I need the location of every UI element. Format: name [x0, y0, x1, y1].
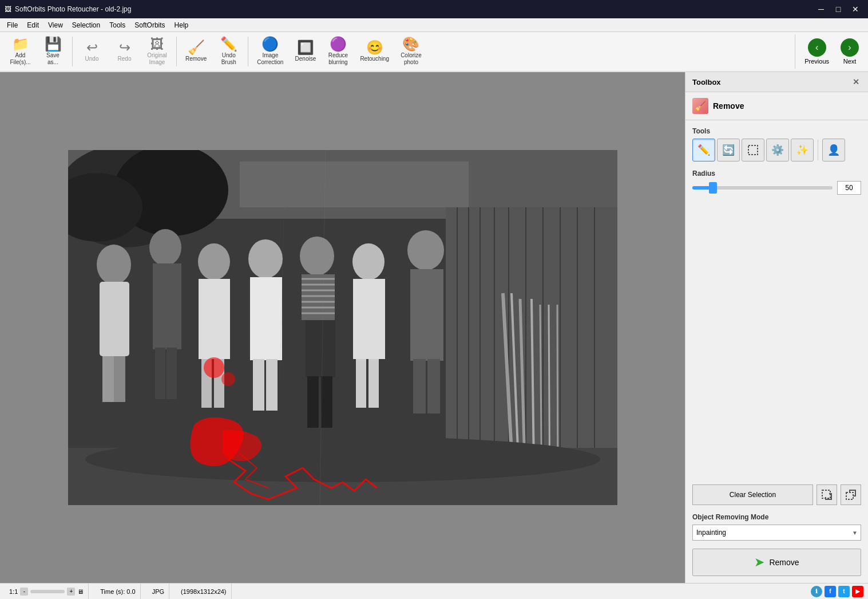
menu-view[interactable]: View	[43, 18, 68, 31]
time-section: Time (s): 0.0	[96, 584, 140, 599]
undo-icon: ↩	[86, 41, 98, 54]
zoom-controls: - +	[20, 588, 75, 596]
undo-button[interactable]: ↩ Undo	[76, 34, 108, 69]
zoom-slider[interactable]	[30, 590, 65, 593]
svg-rect-31	[155, 348, 165, 399]
view-icon: 🖥	[77, 588, 84, 595]
toolbox-panel: Toolbox ✕ 🧹 Remove Tools ✏️ 🔄	[685, 72, 868, 583]
svg-point-33	[198, 243, 230, 280]
add-files-icon: 📁	[12, 37, 29, 51]
menu-tools[interactable]: Tools	[105, 18, 130, 31]
selection-tool-button[interactable]	[742, 139, 764, 161]
remove-action-button[interactable]: ➤ Remove	[692, 549, 861, 576]
retouching-button[interactable]: 😊 Retouching	[355, 34, 394, 69]
select-icon-btn-2[interactable]	[841, 484, 861, 505]
zoom-out-button[interactable]: -	[20, 588, 28, 596]
radius-label: Radius	[692, 170, 861, 178]
selection-box-icon	[747, 144, 759, 156]
tools-row: ✏️ 🔄 ⚙️ ✨ 👤	[692, 139, 861, 161]
mode-select[interactable]: Inpainting Content-Aware Fill Clone Stam…	[692, 525, 861, 541]
denoise-button[interactable]: 🔲 Denoise	[290, 34, 321, 69]
retouching-icon: 😊	[366, 41, 383, 54]
svg-rect-50	[306, 320, 335, 377]
svg-rect-34	[199, 279, 230, 359]
menu-file[interactable]: File	[2, 18, 22, 31]
svg-point-37	[248, 239, 283, 278]
svg-point-25	[97, 245, 131, 285]
select-icon-btn-1[interactable]	[817, 484, 837, 505]
menu-selection[interactable]: Selection	[68, 18, 105, 31]
undo-brush-icon: ✏️	[220, 37, 237, 51]
redo-icon: ↪	[119, 41, 130, 54]
svg-point-57	[407, 230, 444, 270]
separator-3	[248, 37, 248, 66]
denoise-icon: 🔲	[297, 41, 314, 54]
toolbox-content: Tools ✏️ 🔄 ⚙️ ✨ 👤 Radius	[685, 120, 868, 583]
image-area[interactable]	[0, 72, 685, 583]
menu-softorbits[interactable]: SoftOrbits	[130, 18, 169, 31]
zoom-section: 1:1 - + 🖥	[5, 584, 89, 599]
maximize-button[interactable]: □	[830, 1, 846, 17]
magic-wand-button[interactable]: ✨	[791, 139, 814, 161]
radius-value-box[interactable]: 50	[837, 181, 861, 195]
magic-wand-gear-button[interactable]: ⚙️	[766, 139, 789, 161]
svg-point-41	[300, 237, 334, 275]
select-expand-icon	[821, 489, 833, 501]
zoom-in-button[interactable]: +	[67, 588, 75, 596]
reduce-blurring-button[interactable]: 🟣 Reduceblurring	[322, 34, 354, 69]
svg-rect-59	[413, 359, 426, 413]
original-image-button[interactable]: 🖼 OriginalImage	[141, 34, 173, 69]
youtube-icon-button[interactable]: ▶	[852, 586, 863, 597]
add-files-button[interactable]: 📁 AddFile(s)...	[5, 34, 36, 69]
radius-slider-container	[692, 182, 833, 194]
info-icon-button[interactable]: ℹ	[811, 586, 822, 597]
tools-section: Tools ✏️ 🔄 ⚙️ ✨ 👤	[692, 127, 861, 161]
facebook-icon-button[interactable]: f	[825, 586, 836, 597]
menu-help[interactable]: Help	[170, 18, 193, 31]
tools-separator	[818, 140, 818, 160]
social-icons: ℹ f t ▶	[811, 586, 863, 597]
dimensions-section: (1998x1312x24)	[176, 584, 232, 599]
remove-action-label: Remove	[769, 558, 799, 567]
toolbox-close-button[interactable]: ✕	[851, 77, 861, 87]
remove-button[interactable]: 🧹 Remove	[180, 34, 212, 69]
close-button[interactable]: ✕	[847, 1, 863, 17]
redo-button[interactable]: ↪ Redo	[109, 34, 140, 69]
menu-edit[interactable]: Edit	[22, 18, 43, 31]
eraser-tool-button[interactable]: 🔄	[717, 139, 740, 161]
next-label: Next	[843, 58, 857, 65]
image-dimensions: (1998x1312x24)	[181, 588, 227, 595]
window-title: SoftOrbits Photo Retoucher - old-2.jpg	[15, 5, 131, 13]
svg-rect-39	[253, 359, 264, 411]
object-removing-mode-label: Object Removing Mode	[692, 513, 861, 521]
next-button[interactable]: › Next	[836, 36, 863, 67]
main-area: Toolbox ✕ 🧹 Remove Tools ✏️ 🔄	[0, 72, 868, 583]
image-correction-button[interactable]: 🔵 ImageCorrection	[252, 34, 288, 69]
colorize-photo-button[interactable]: 🎨 Colorizephoto	[395, 34, 427, 69]
stamp-button[interactable]: 👤	[822, 139, 845, 161]
radius-slider-thumb[interactable]	[709, 182, 717, 194]
toolbox-spacer	[692, 203, 861, 476]
svg-point-63	[221, 372, 235, 386]
previous-arrow-icon: ‹	[808, 38, 826, 57]
app-icon: 🖼	[5, 5, 11, 13]
svg-rect-56	[368, 359, 379, 408]
svg-rect-28	[114, 356, 125, 402]
clear-selection-row: Clear Selection	[692, 484, 861, 505]
toolbox-header: Toolbox ✕	[685, 72, 868, 92]
photo-container	[0, 72, 685, 583]
svg-rect-55	[356, 359, 366, 408]
radius-section: Radius 50	[692, 170, 861, 195]
svg-rect-67	[822, 490, 830, 498]
save-as-button[interactable]: 💾 Saveas...	[37, 34, 69, 69]
title-bar: 🖼 SoftOrbits Photo Retoucher - old-2.jpg…	[0, 0, 868, 18]
zoom-level: 1:1	[9, 588, 18, 595]
twitter-icon-button[interactable]: t	[838, 586, 850, 597]
clear-selection-button[interactable]: Clear Selection	[692, 484, 813, 505]
undo-brush-button[interactable]: ✏️ UndoBrush	[213, 34, 244, 69]
svg-rect-32	[167, 348, 177, 399]
svg-rect-38	[250, 277, 282, 360]
minimize-button[interactable]: ─	[813, 1, 829, 17]
pencil-tool-button[interactable]: ✏️	[692, 139, 715, 161]
previous-button[interactable]: ‹ Previous	[800, 36, 834, 67]
